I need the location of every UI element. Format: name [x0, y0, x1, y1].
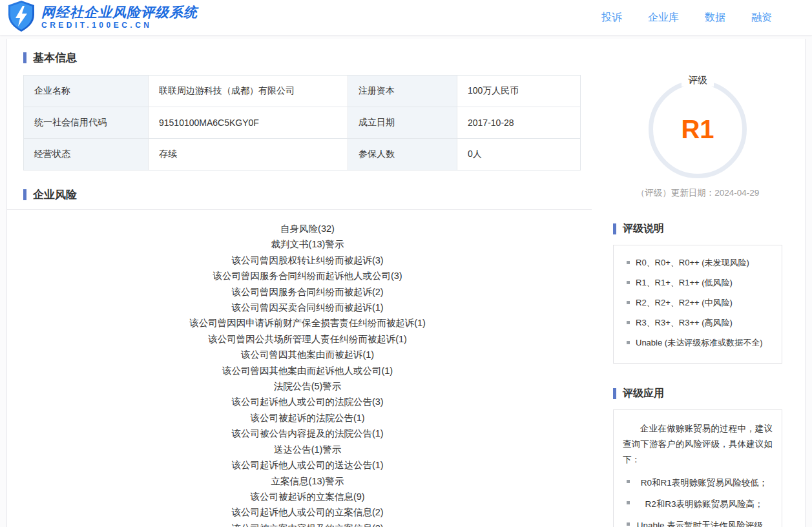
- risk-item[interactable]: 该公司被起诉的立案信息(9): [23, 489, 592, 504]
- rating-application-title: 评级应用: [623, 387, 664, 400]
- rating-notes-panel: 评级说明 R0、R0+、R0++ (未发现风险) R1、R1+、R1++ (低风…: [613, 222, 782, 364]
- rating-notes-title: 评级说明: [623, 222, 664, 236]
- square-bullet-icon: [627, 261, 630, 264]
- rating-note-item: R3、R3+、R3++ (高风险): [623, 316, 773, 329]
- enterprise-risk-section: 企业风险 自身风险(32) 裁判文书(13)警示 该公司曾因股权转让纠纷而被起诉…: [23, 187, 592, 527]
- rating-application-item: Unable 表示暂时无法作风险评级，但并不代表有风险或无风险，要另行判断。: [623, 518, 773, 527]
- enterprise-risk-title: 企业风险: [33, 187, 77, 202]
- logo-title: 网经社企业风险评级系统: [41, 5, 198, 19]
- risk-item[interactable]: 立案信息(13)警示: [23, 473, 592, 489]
- nav-link[interactable]: 投诉: [601, 11, 622, 25]
- logo-text: 网经社企业风险评级系统 CREDIT.100EC.CN: [41, 5, 198, 30]
- enterprise-risk-heading: 企业风险: [7, 187, 592, 210]
- field-value: 联联周边游科技（成都）有限公司: [149, 76, 348, 107]
- section-bar-icon: [613, 223, 616, 234]
- square-bullet-icon: [627, 522, 630, 526]
- table-row: 统一社会信用代码 91510100MA6C5KGY0F 成立日期 2017-10…: [24, 107, 581, 139]
- risk-item[interactable]: 送达公告(1)警示: [23, 442, 592, 457]
- nav-link[interactable]: 融资: [751, 11, 772, 25]
- risk-item[interactable]: 该公司曾因其他案由而被起诉(1): [23, 347, 592, 362]
- rating-notes-heading: 评级说明: [613, 222, 782, 236]
- risk-item-list: 自身风险(32) 裁判文书(13)警示 该公司曾因股权转让纠纷而被起诉(3) 该…: [23, 221, 592, 527]
- logo-subtitle: CREDIT.100EC.CN: [41, 21, 198, 30]
- risk-item[interactable]: 该公司被立案内容提及的立案信息(2): [23, 521, 592, 527]
- field-label: 成立日期: [348, 107, 457, 139]
- risk-item[interactable]: 该公司曾因服务合同纠纷而被起诉(2): [23, 284, 592, 300]
- risk-item[interactable]: 法院公告(5)警示: [23, 378, 592, 394]
- basic-info-heading: 基本信息: [23, 50, 592, 65]
- logo[interactable]: 网经社企业风险评级系统 CREDIT.100EC.CN: [6, 0, 198, 35]
- section-bar-icon: [23, 189, 26, 200]
- basic-info-rows: 企业名称 联联周边游科技（成都）有限公司 注册资本 100万人民币 统一社会信用…: [24, 76, 581, 170]
- risk-item[interactable]: 该公司被起诉的法院公告(1): [23, 410, 592, 426]
- field-value: 91510100MA6C5KGY0F: [149, 107, 348, 139]
- square-bullet-icon: [627, 301, 630, 304]
- rating-application-box: 企业在做赊账贸易的过程中，建议查询下游客户的风险评级，具体建议如下： R0和R1…: [613, 409, 782, 527]
- rating-note-text: R2、R2+、R2++ (中风险): [636, 296, 733, 309]
- rating-application-intro: 企业在做赊账贸易的过程中，建议查询下游客户的风险评级，具体建议如下：: [623, 421, 773, 468]
- field-value: 2017-10-28: [457, 107, 581, 139]
- rating-note-item: R1、R1+、R1++ (低风险): [623, 276, 773, 289]
- risk-item[interactable]: 该公司起诉他人或公司的立案信息(2): [23, 504, 592, 520]
- risk-item[interactable]: 该公司曾因股权转让纠纷而被起诉(3): [23, 253, 592, 268]
- risk-item[interactable]: 该公司起诉他人或公司的送达公告(1): [23, 457, 592, 473]
- field-value: 0人: [457, 139, 581, 170]
- rating-note-text: Unable (未达评级标准或数据不全): [636, 336, 762, 349]
- rating-notes-list: R0、R0+、R0++ (未发现风险) R1、R1+、R1++ (低风险) R2…: [623, 256, 773, 349]
- main-content: 基本信息 企业名称 联联周边游科技（成都）有限公司 注册资本 100万人民币 统…: [6, 39, 806, 527]
- rating-note-item: R2、R2+、R2++ (中风险): [623, 296, 773, 309]
- rating-notes-box: R0、R0+、R0++ (未发现风险) R1、R1+、R1++ (低风险) R2…: [613, 245, 782, 364]
- risk-item[interactable]: 该公司被公告内容提及的法院公告(1): [23, 426, 592, 441]
- rating-update-date: （评级）更新日期：2024-04-29: [613, 187, 782, 199]
- table-row: 经营状态 存续 参保人数 0人: [24, 139, 581, 170]
- rating-application-text: Unable 表示暂时无法作风险评级，但并不代表有风险或无风险，要另行判断。: [636, 518, 773, 527]
- square-bullet-icon: [627, 281, 630, 284]
- square-bullet-icon: [627, 341, 630, 344]
- field-label: 企业名称: [24, 76, 149, 107]
- field-value: 存续: [149, 139, 348, 170]
- square-bullet-icon: [627, 501, 630, 504]
- top-nav: 投诉 企业库 数据 融资: [601, 11, 772, 25]
- table-row: 企业名称 联联周边游科技（成都）有限公司 注册资本 100万人民币: [24, 76, 581, 107]
- section-bar-icon: [613, 388, 616, 399]
- field-label: 经营状态: [24, 139, 149, 170]
- square-bullet-icon: [627, 321, 630, 324]
- rating-note-text: R3、R3+、R3++ (高风险): [636, 316, 733, 329]
- rating-gauge: 评级 R1: [649, 80, 747, 178]
- field-label: 注册资本: [348, 76, 457, 107]
- rating-application-list: R0和R1表明赊账贸易风险较低； R2和R3表明赊账贸易风险高； Unable …: [623, 475, 773, 527]
- risk-item[interactable]: 该公司曾因公共场所管理人责任纠纷而被起诉(1): [23, 331, 592, 347]
- rating-note-text: R1、R1+、R1++ (低风险): [636, 276, 733, 289]
- risk-item[interactable]: 该公司曾因买卖合同纠纷而被起诉(1): [23, 300, 592, 315]
- right-sidebar: 评级 R1 （评级）更新日期：2024-04-29 评级说明 R0、R0+、R0…: [613, 50, 782, 527]
- rating-application-item: R0和R1表明赊账贸易风险较低；: [623, 475, 773, 490]
- nav-link[interactable]: 企业库: [648, 11, 679, 25]
- header: 网经社企业风险评级系统 CREDIT.100EC.CN 投诉 企业库 数据 融资: [0, 0, 812, 36]
- basic-info-table: 企业名称 联联周边游科技（成都）有限公司 注册资本 100万人民币 统一社会信用…: [23, 75, 581, 170]
- rating-value: R1: [649, 80, 747, 178]
- rating-note-item: Unable (未达评级标准或数据不全): [623, 336, 773, 349]
- rating-application-item: R2和R3表明赊账贸易风险高；: [623, 497, 773, 512]
- risk-item[interactable]: 自身风险(32): [23, 221, 592, 236]
- risk-item[interactable]: 该公司曾因其他案由而起诉他人或公司(1): [23, 363, 592, 378]
- risk-item[interactable]: 该公司起诉他人或公司的法院公告(3): [23, 394, 592, 409]
- square-bullet-icon: [627, 480, 630, 483]
- risk-item[interactable]: 该公司曾因因申请诉前财产保全损害责任纠纷而被起诉(1): [23, 315, 592, 331]
- field-label: 统一社会信用代码: [24, 107, 149, 139]
- rating-note-item: R0、R0+、R0++ (未发现风险): [623, 256, 773, 269]
- basic-info-title: 基本信息: [33, 50, 77, 65]
- left-column: 基本信息 企业名称 联联周边游科技（成都）有限公司 注册资本 100万人民币 统…: [23, 50, 592, 527]
- risk-item[interactable]: 裁判文书(13)警示: [23, 236, 592, 252]
- rating-application-heading: 评级应用: [613, 387, 782, 400]
- section-bar-icon: [23, 52, 26, 63]
- shield-lightning-icon: [6, 0, 36, 35]
- nav-link[interactable]: 数据: [705, 11, 725, 25]
- rating-note-text: R0、R0+、R0++ (未发现风险): [636, 256, 749, 269]
- field-value: 100万人民币: [457, 76, 581, 107]
- risk-item[interactable]: 该公司曾因服务合同纠纷而起诉他人或公司(3): [23, 268, 592, 284]
- rating-application-text: R2和R3表明赊账贸易风险高；: [636, 497, 773, 512]
- rating-application-panel: 评级应用 企业在做赊账贸易的过程中，建议查询下游客户的风险评级，具体建议如下： …: [613, 387, 782, 527]
- field-label: 参保人数: [348, 139, 457, 170]
- rating-application-text: R0和R1表明赊账贸易风险较低；: [636, 475, 773, 490]
